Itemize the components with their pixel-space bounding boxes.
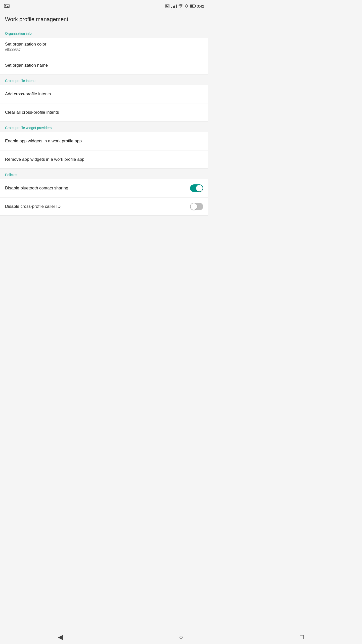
list-item-set-org-name-content: Set organization name xyxy=(5,63,203,68)
list-item-disable-bluetooth-title: Disable bluetooth contact sharing xyxy=(5,186,190,191)
list-item-disable-bluetooth-content: Disable bluetooth contact sharing xyxy=(5,186,190,191)
list-item-set-org-name[interactable]: Set organization name xyxy=(0,56,208,74)
list-item-set-org-color-title: Set organization color xyxy=(5,42,203,47)
status-bar-right-icons: 3:42 xyxy=(165,4,204,8)
list-item-remove-app-widgets[interactable]: Remove app widgets in a work profile app xyxy=(0,150,208,169)
list-item-clear-cross-profile-intents[interactable]: Clear all cross-profile intents xyxy=(0,103,208,122)
toggle-disable-cross-profile-caller-id-knob xyxy=(191,203,197,210)
sim-icon xyxy=(165,4,170,8)
page-title-container: Work profile management xyxy=(0,12,208,27)
svg-point-6 xyxy=(180,7,181,8)
svg-rect-4 xyxy=(168,5,168,6)
toggle-disable-cross-profile-caller-id[interactable] xyxy=(190,203,203,210)
list-item-disable-bluetooth-contact-sharing[interactable]: Disable bluetooth contact sharing xyxy=(0,179,208,197)
list-item-disable-cross-profile-caller-id[interactable]: Disable cross-profile caller ID xyxy=(0,197,208,216)
list-item-enable-app-widgets-title: Enable app widgets in a work profile app xyxy=(5,139,203,144)
notification-icon xyxy=(185,4,188,8)
section-organization-info: Organization info xyxy=(0,27,208,38)
section-policies: Policies xyxy=(0,169,208,179)
section-header-policies-label: Policies xyxy=(5,173,17,177)
battery-icon xyxy=(190,5,195,8)
section-cross-profile-intents: Cross-profile intents xyxy=(0,74,208,85)
list-item-set-org-color-subtitle: #ff009587 xyxy=(5,48,203,52)
list-item-remove-app-widgets-title: Remove app widgets in a work profile app xyxy=(5,157,203,162)
list-item-enable-app-widgets-content: Enable app widgets in a work profile app xyxy=(5,139,203,144)
svg-rect-2 xyxy=(166,4,169,8)
list-item-clear-cross-profile-intents-content: Clear all cross-profile intents xyxy=(5,110,203,115)
list-item-remove-app-widgets-content: Remove app widgets in a work profile app xyxy=(5,157,203,162)
section-cross-profile-widget-providers: Cross-profile widget providers xyxy=(0,122,208,132)
list-item-disable-cross-profile-caller-id-content: Disable cross-profile caller ID xyxy=(5,204,190,209)
list-item-add-cross-profile-intents[interactable]: Add cross-profile intents xyxy=(0,85,208,103)
status-bar-left-icons xyxy=(4,4,10,8)
toggle-disable-bluetooth-container xyxy=(190,184,203,192)
page-title: Work profile management xyxy=(5,16,203,23)
section-header-cross-profile-intents-label: Cross-profile intents xyxy=(5,79,36,83)
status-bar: 3:42 xyxy=(0,0,208,12)
time-display: 3:42 xyxy=(197,4,204,8)
svg-rect-3 xyxy=(166,5,167,6)
list-item-set-org-color[interactable]: Set organization color #ff009587 xyxy=(0,38,208,56)
svg-rect-5 xyxy=(166,6,168,7)
signal-strength-icon xyxy=(171,4,177,8)
list-item-set-org-name-title: Set organization name xyxy=(5,63,203,68)
list-item-disable-cross-profile-caller-id-title: Disable cross-profile caller ID xyxy=(5,204,190,209)
wifi-icon xyxy=(178,4,183,8)
list-item-add-cross-profile-intents-content: Add cross-profile intents xyxy=(5,92,203,97)
section-header-cross-profile-widget-providers-label: Cross-profile widget providers xyxy=(5,126,52,130)
content-area: Organization info Set organization color… xyxy=(0,27,208,231)
toggle-disable-bluetooth-knob xyxy=(196,185,203,191)
list-item-clear-cross-profile-intents-title: Clear all cross-profile intents xyxy=(5,110,203,115)
toggle-disable-bluetooth[interactable] xyxy=(190,184,203,192)
section-header-organization-info-label: Organization info xyxy=(5,31,32,35)
list-item-set-org-color-content: Set organization color #ff009587 xyxy=(5,42,203,52)
svg-point-1 xyxy=(5,5,6,6)
image-icon xyxy=(4,4,10,8)
list-item-add-cross-profile-intents-title: Add cross-profile intents xyxy=(5,92,203,97)
toggle-disable-cross-profile-caller-id-container xyxy=(190,203,203,210)
list-item-enable-app-widgets[interactable]: Enable app widgets in a work profile app xyxy=(0,132,208,150)
